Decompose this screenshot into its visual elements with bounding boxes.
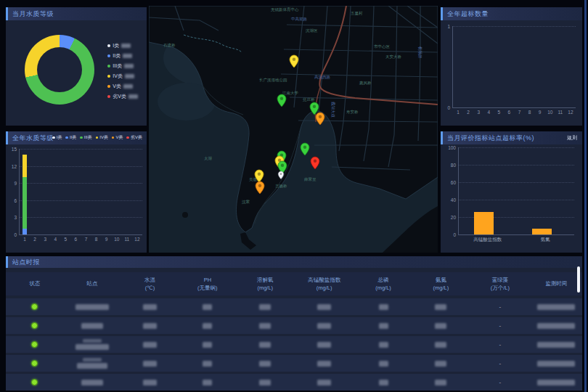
algae-cell: - xyxy=(470,379,530,385)
map-place-label: 惠风桥 xyxy=(359,81,372,85)
month-rate-chart[interactable]: 020406080100高锰酸盐指数氨氮 xyxy=(458,147,574,235)
redacted-value xyxy=(537,323,575,329)
panel-year-exceed-title: 全年超标数量 xyxy=(447,9,489,19)
panel-month-rate-title: 当月评价指标站点超标率(%) xyxy=(447,134,534,143)
legend-dot-icon xyxy=(52,136,55,139)
redacted-value xyxy=(259,361,271,367)
redacted-value xyxy=(317,342,331,348)
x-axis-ticks: 123456789101112 xyxy=(20,237,142,242)
gridline xyxy=(459,182,574,183)
table-row[interactable]: - xyxy=(6,355,582,372)
legend-label: V类 xyxy=(115,134,123,141)
legend-item[interactable]: V类 xyxy=(107,83,138,90)
rate-bar[interactable] xyxy=(532,229,552,234)
year-quality-chart[interactable]: 03691215123456789101112 xyxy=(19,149,142,235)
map-place-label: 中高架路 xyxy=(291,17,308,21)
table-row[interactable]: - xyxy=(6,298,582,315)
legend-dot-icon xyxy=(80,136,83,139)
bar-segment xyxy=(23,229,27,234)
month-quality-donut-chart[interactable] xyxy=(25,35,94,105)
redacted-value xyxy=(317,323,331,329)
map-canvas: 石塘桥无锡新体育中心中高架路滨湖区五星村市中心区高浪西路江南大学长广溪湿地公园北… xyxy=(149,6,438,253)
legend-item[interactable]: II类 xyxy=(65,134,76,141)
table-scrollbar-thumb[interactable] xyxy=(577,266,580,293)
stacked-bar[interactable] xyxy=(23,155,27,234)
y-axis-tick: 20 xyxy=(451,215,456,220)
redacted-value xyxy=(317,304,331,310)
x-axis-ticks: 123456789101112 xyxy=(453,110,576,115)
table-row[interactable]: - xyxy=(6,336,582,353)
station-map[interactable]: 石塘桥无锡新体育中心中高架路滨湖区五星村市中心区高浪西路江南大学长广溪湿地公园北… xyxy=(149,6,438,253)
gridline xyxy=(20,166,142,167)
legend-label: IV类 xyxy=(113,73,123,80)
redacted-value xyxy=(203,342,212,348)
value-cell xyxy=(354,304,412,310)
map-place-label: 长广溪湿地公园 xyxy=(259,78,287,83)
table-column-header: 氨氮(mg/L) xyxy=(412,276,470,293)
redacted-value xyxy=(259,380,271,385)
dashboard-screen: 当月水质等级 I类II类III类IV类V类劣V类 全年水质等级 I类II类III… xyxy=(0,0,588,392)
value-cell xyxy=(121,323,179,329)
y-axis-tick: 80 xyxy=(451,163,456,168)
map-place-label: 薛家里 xyxy=(304,177,317,181)
panel-month-rate-header: 当月评价指标站点超标率(%) xyxy=(441,131,582,144)
legend-item[interactable]: II类 xyxy=(107,52,138,60)
legend-item[interactable]: 劣V类 xyxy=(107,93,138,100)
page-scrollbar[interactable] xyxy=(584,0,587,392)
map-place-label: 滨湖区 xyxy=(306,28,318,33)
time-cell xyxy=(530,323,581,329)
status-ok-icon xyxy=(31,360,38,367)
map-place-label: 蠡湖大道 xyxy=(331,102,336,118)
redacted-value xyxy=(143,380,157,385)
value-cell xyxy=(237,380,294,385)
legend-label: 劣V类 xyxy=(113,93,126,100)
algae-cell: - xyxy=(470,360,530,367)
redacted-value xyxy=(379,323,388,329)
redacted-value xyxy=(537,304,575,310)
legend-dot-icon xyxy=(107,85,111,89)
panel-year-exceed: 全年超标数量 01123456789101112 xyxy=(441,7,582,126)
value-cell xyxy=(294,342,354,348)
legend-item[interactable]: III类 xyxy=(80,134,92,141)
panel-year-quality-title: 全年水质等级 xyxy=(12,134,54,143)
value-cell xyxy=(237,304,294,310)
value-cell xyxy=(412,304,470,310)
value-cell xyxy=(294,304,354,310)
legend-item[interactable]: I类 xyxy=(107,42,138,49)
value-cell xyxy=(179,380,236,385)
rate-bar[interactable] xyxy=(474,212,494,234)
legend-item[interactable]: V类 xyxy=(112,134,123,141)
panel-station-table: 站点时报 状态站点水温(℃)PH(无量纲)溶解氧(mg/L)高锰酸盐指数(mg/… xyxy=(6,256,582,388)
algae-cell: - xyxy=(470,322,530,329)
value-cell xyxy=(121,361,179,367)
panel-year-exceed-header: 全年超标数量 xyxy=(441,7,582,20)
year-quality-legend: I类II类III类IV类V类劣V类 xyxy=(52,134,142,141)
legend-item[interactable]: 劣V类 xyxy=(126,134,142,141)
redacted-value xyxy=(435,323,446,329)
legend-item[interactable]: IV类 xyxy=(96,134,108,141)
station-cell xyxy=(63,358,121,369)
redacted-value xyxy=(379,380,388,385)
legend-dot-icon xyxy=(112,136,115,139)
year-exceed-chart[interactable]: 01123456789101112 xyxy=(452,26,576,108)
map-place-label: 无锡新体育中心 xyxy=(271,7,299,12)
panel-month-quality: 当月水质等级 I类II类III类IV类V类劣V类 xyxy=(6,7,147,126)
legend-label: I类 xyxy=(57,134,62,141)
y-axis-tick: 3 xyxy=(14,215,17,220)
table-row[interactable]: - xyxy=(6,374,582,391)
table-column-header: 状态 xyxy=(6,279,63,287)
legend-item[interactable]: III类 xyxy=(107,62,138,70)
status-cell xyxy=(6,341,63,348)
value-cell xyxy=(294,323,354,329)
gridline xyxy=(459,147,574,148)
panel-month-rate: 当月评价指标站点超标率(%) 规则 020406080100高锰酸盐指数氨氮 xyxy=(441,131,582,253)
y-axis-tick: 1 xyxy=(447,24,450,29)
rules-link[interactable]: 规则 xyxy=(567,134,577,142)
legend-item[interactable]: IV类 xyxy=(107,73,138,80)
table-row[interactable]: - xyxy=(6,317,582,334)
y-axis-tick: 0 xyxy=(447,105,450,110)
legend-label: III类 xyxy=(84,134,92,141)
legend-label: III类 xyxy=(113,62,122,70)
legend-item[interactable]: I类 xyxy=(52,134,62,141)
redacted-value xyxy=(317,361,331,367)
